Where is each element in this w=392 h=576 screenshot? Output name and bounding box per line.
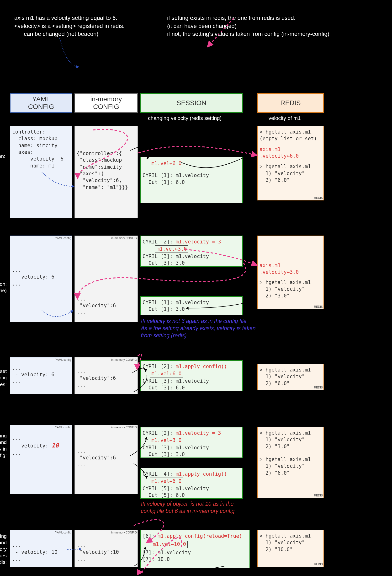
r3-redis-box: > hgetall axis.m1 1) "velocity" 2) "6.0"… [257, 364, 324, 390]
row-label-force-reset: force reset in-mem config values: [0, 368, 7, 387]
r2-yaml-box: YAML config ... - velocity: 6 ... [10, 235, 72, 322]
diagram-canvas: axis m1 has a velocity setting equal to … [0, 0, 392, 576]
row-label-after-change: After changing by hand velocity in YAML … [0, 432, 7, 459]
intro-text-left: axis m1 has a velocity setting equal to … [14, 14, 125, 38]
header-yaml-config: YAML CONFIG [10, 93, 72, 113]
header-in-memory-config: in-memory CONFIG [75, 93, 138, 113]
r2-session-box-b: CYRIL [1]: m1.velocity Out [1]: 3.0 [140, 296, 243, 315]
r2-session-box-a: CYRIL [2]: m1.velocity = 3 m1.vel←3.0 CY… [140, 235, 243, 267]
r4-session-box-a: CYRIL [2]: m1.velocity = 3 m1.vel←3.0 CY… [140, 427, 243, 458]
redis-tag: REDIS [314, 493, 323, 497]
r3-session-cache: m1.vel←6.0 [150, 370, 183, 377]
row-label-force-reload: to force re-reading of YAML config and r… [0, 533, 7, 565]
r1-yaml-box: controller: class: mockup name: simcity … [10, 126, 72, 218]
yaml-tag: YAML config [55, 358, 71, 362]
mem-tag: in-memory CONFIG [111, 426, 137, 429]
r4-mem-box: in-memory CONFIG ... "velocity":6 ... [75, 425, 138, 494]
r2-redis-box: axis.m1 .velocity←3.0 > hgetall axis.m1 … [257, 235, 324, 309]
r4-yaml-changed-value: 10 [51, 442, 59, 449]
redis-tag: REDIS [314, 562, 323, 566]
redis-tag: REDIS [314, 305, 323, 309]
r1-session-cache: m1.vel←6.0 [150, 160, 183, 167]
r5-mem-box: in-memory CONFIG ... "velocity":10 ... [75, 530, 138, 567]
row-label-start-session: start session: [0, 153, 5, 159]
mem-tag: in-memory CONFIG [111, 531, 137, 534]
intro-text-right: if setting exists in redis, the one from… [167, 14, 329, 38]
r4-redis-box: > hgetall axis.m1 1) "velocity" 2) "3.0"… [257, 427, 324, 498]
redis-tag: REDIS [314, 386, 323, 389]
r4-yaml-box: YAML config ... - velocity: 10 ... [10, 425, 72, 494]
yaml-tag: YAML config [55, 236, 71, 240]
r2-mem-box: in-memory CONFIG ... "velocity":6 ... [75, 235, 138, 322]
yaml-tag: YAML config [55, 426, 71, 429]
r5-redis-box: > hgetall axis.m1 1) "velocity" 2) "10.0… [257, 530, 324, 567]
r2-note: !!! velocity is not 6 again as in the co… [141, 318, 284, 339]
r1-session-box: m1.vel←6.0 CYRIL [1]: m1.velocity Out [1… [140, 157, 243, 203]
mem-tag: in-memory CONFIG [111, 358, 137, 362]
header-session: SESSION [140, 93, 243, 113]
r5-session-box: [6]: m1.apply_config(reload=True) m1.vel… [140, 530, 250, 568]
r4-note: !!! velocity of object is not 10 as in t… [141, 500, 265, 515]
header-redis-subtitle: velocity of m1 [269, 115, 301, 121]
header-redis: REDIS [257, 93, 324, 113]
r1-mem-box: {"controller":{ "class":mockup "name":si… [75, 126, 138, 218]
r4-session-cache-a: m1.vel←3.0 [150, 437, 183, 444]
redis-tag: REDIS [314, 196, 323, 200]
header-session-subtitle: changing velocity (redis setting) [148, 115, 222, 121]
r3-mem-box: in-memory CONFIG ... "velocity":6 ... [75, 357, 138, 394]
r1-redis-box: > hgetall axis.m1 (empty list or set) ax… [257, 126, 324, 201]
r5-session-cache: m1.vel←10.0 [151, 541, 188, 548]
r5-yaml-box: YAML config ... - velocity: 10 ... [10, 530, 72, 567]
yaml-tag: YAML config [55, 531, 71, 534]
row-label-restart-session: re-start session: (or another one) [0, 281, 7, 294]
r2-session-cache-a: m1.vel←3.0 [155, 245, 188, 253]
r4-session-cache-b: m1.vel←6.0 [150, 478, 183, 485]
r4-session-box-b: CYRIL [4]: m1.apply_config() m1.vel←6.0 … [140, 468, 243, 499]
mem-tag: in-memory CONFIG [111, 236, 137, 240]
r3-yaml-box: YAML config ... - velocity: 6 ... [10, 357, 72, 394]
r3-session-box: CYRIL [2]: m1.apply_config() m1.vel←6.0 … [140, 360, 243, 391]
